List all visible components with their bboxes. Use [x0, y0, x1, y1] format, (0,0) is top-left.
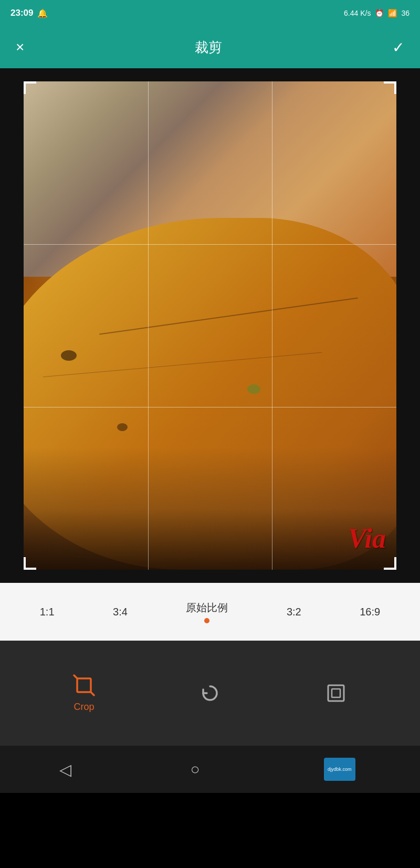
rotate-icon	[199, 682, 221, 704]
wifi-icon: 📶	[388, 9, 397, 17]
time-display: 23:09	[10, 8, 33, 18]
page-title: 裁剪	[195, 38, 222, 57]
ratio-bar: 1:1 3:4 原始比例 3:2 16:9	[0, 583, 420, 641]
bottom-toolbar: Crop	[0, 641, 420, 746]
photo-watermark-text: Via	[348, 523, 386, 554]
svg-rect-0	[77, 678, 91, 692]
ratio-original[interactable]: 原始比例	[177, 597, 236, 628]
top-bar: × 裁剪 ✓	[0, 26, 420, 68]
close-button[interactable]: ×	[16, 39, 24, 56]
confirm-button[interactable]: ✓	[392, 39, 404, 56]
status-bar: 23:09 🔔 6.44 K/s ⏰ 📶 36	[0, 0, 420, 26]
svg-rect-4	[332, 689, 340, 697]
battery-display: 36	[401, 9, 410, 17]
status-right: 6.44 K/s ⏰ 📶 36	[344, 9, 410, 17]
ratio-label-3-2: 3:2	[287, 606, 301, 618]
ratio-active-dot	[204, 618, 209, 623]
crop-tool-label: Crop	[74, 702, 94, 713]
status-left: 23:09 🔔	[10, 8, 48, 18]
crop-icon	[73, 674, 95, 696]
screenshot-watermark-area: djydbk.com	[319, 754, 361, 785]
nav-bar: ◁ ○ djydbk.com	[0, 746, 420, 793]
ratio-label-original: 原始比例	[186, 601, 228, 615]
image-area: Via	[0, 68, 420, 583]
ratio-label-3-4: 3:4	[113, 606, 128, 618]
ratio-3-4[interactable]: 3:4	[104, 602, 136, 622]
watermark-badge: djydbk.com	[324, 758, 355, 781]
clock-icon: ⏰	[375, 9, 384, 17]
speed-display: 6.44 K/s	[344, 9, 371, 17]
ratio-label-16-9: 16:9	[360, 606, 380, 618]
crop-container[interactable]: Via	[24, 81, 396, 570]
svg-rect-3	[328, 685, 344, 701]
svg-line-2	[91, 692, 94, 695]
rotate-tool[interactable]	[199, 682, 221, 704]
photo-canvas: Via	[24, 81, 396, 570]
ratio-1-1[interactable]: 1:1	[32, 602, 63, 622]
svg-line-1	[74, 675, 77, 678]
crop-tool[interactable]: Crop	[73, 674, 95, 713]
resize-tool[interactable]	[325, 682, 347, 704]
ratio-label-1-1: 1:1	[40, 606, 55, 618]
resize-icon	[325, 682, 347, 704]
ratio-3-2[interactable]: 3:2	[278, 602, 310, 622]
back-nav-icon[interactable]: ◁	[59, 760, 71, 779]
ratio-16-9[interactable]: 16:9	[351, 602, 388, 622]
home-nav-icon[interactable]: ○	[190, 760, 200, 778]
notification-icon: 🔔	[37, 8, 48, 18]
